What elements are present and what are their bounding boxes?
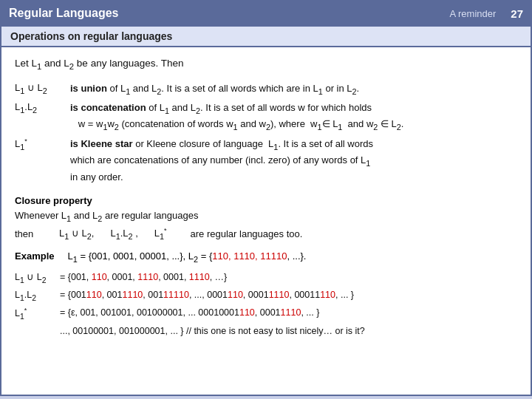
result-eq-concat: = {001110, 0011110, 00111110, ..., 00011… [60,287,354,302]
op-kleene-desc: is Kleene star or Kleene closure of lang… [70,137,517,185]
closure-title: Closure property [15,195,517,206]
header-page: 27 [511,7,523,20]
then-item-kleene: L1* [154,225,167,243]
then-conclusion: are regular languages too. [191,226,303,242]
subtitle-text: Operations on regular languages [10,30,172,42]
operations-table: L1 ∪ L2 is union of L1 and L2. It is a s… [15,81,517,185]
result-eq-cont: ..., 00100001, 001000001, ... } // this … [60,324,365,338]
result-row-continuation: ..., 00100001, 001000001, ... } // this … [15,324,517,338]
op-concat-row: L1.L2 is concatenation of L1 and L2. It … [15,100,517,134]
op-concat-sym: L1.L2 [15,100,70,115]
header-reminder: A reminder [449,8,496,19]
results-section: L1 ∪ L2 = {001, 110, 0001, 1110, 0001, 1… [15,270,517,339]
intro-line: Let L1 and L2 be any languages. Then [15,58,517,71]
subtitle-bar: Operations on regular languages [0,27,532,47]
op-union-desc: is union of L1 and L2. It is a set of al… [70,81,517,98]
result-row-kleene: L1* = {ε, 001, 001001, 001000001, ... 00… [15,305,517,323]
op-union-sym: L1 ∪ L2 [15,81,70,95]
then-item-union: L1 ∪ L2, [59,225,94,243]
op-kleene-sym: L1* [15,137,70,151]
op-union-row: L1 ∪ L2 is union of L1 and L2. It is a s… [15,81,517,98]
then-label: then [15,226,59,242]
then-item-concat: L1.L2 , [110,225,137,243]
header: Regular Languages A reminder 27 [0,0,532,27]
result-sym-union: L1 ∪ L2 [15,270,55,287]
main-content: Let L1 and L2 be any languages. Then L1 … [0,47,532,396]
result-row-union: L1 ∪ L2 = {001, 110, 0001, 1110, 0001, 1… [15,270,517,287]
closure-then-row: then L1 ∪ L2, L1.L2 , L1* are regular la… [15,225,517,243]
op-kleene-row: L1* is Kleene star or Kleene closure of … [15,137,517,185]
closure-section: Closure property Whenever L1 and L2 are … [15,195,517,243]
op-concat-desc: is concatenation of L1 and L2. It is a s… [70,100,517,134]
result-sym-kleene: L1* [15,305,55,323]
result-row-concat: L1.L2 = {001110, 0011110, 00111110, ...,… [15,287,517,304]
example-section: Example L1 = {001, 0001, 00001, ...}, L2… [15,250,517,264]
result-sym-concat: L1.L2 [15,287,55,304]
closure-whenever: Whenever L1 and L2 are regular languages [15,208,517,225]
then-items: L1 ∪ L2, L1.L2 , L1* are regular languag… [59,225,517,243]
header-title: Regular Languages [9,7,449,20]
result-eq-union: = {001, 110, 0001, 1110, 0001, 1110, …} [60,270,227,284]
example-label: Example [15,250,54,262]
result-eq-kleene: = {ε, 001, 001001, 001000001, ... 000100… [60,305,319,320]
